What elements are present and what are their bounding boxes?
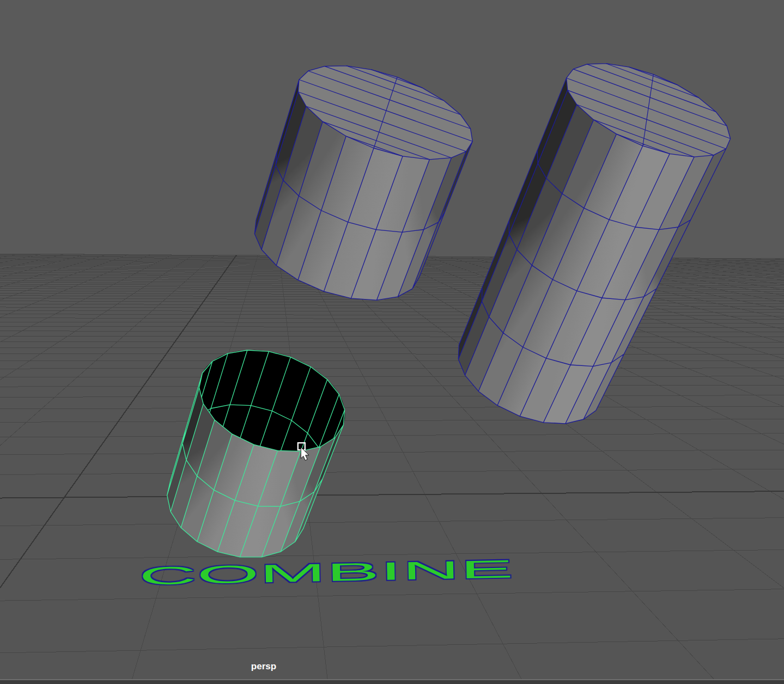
- svg-text:persp: persp: [251, 661, 276, 671]
